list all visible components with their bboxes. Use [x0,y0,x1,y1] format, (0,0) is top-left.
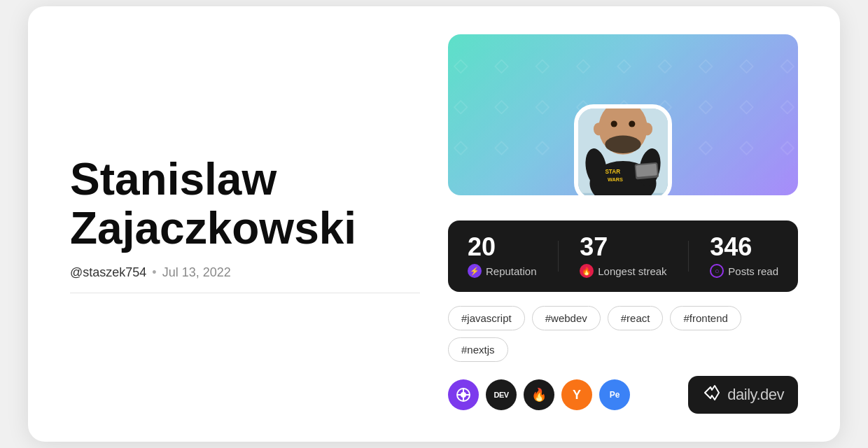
svg-point-9 [594,122,604,135]
svg-text:WARS: WARS [608,176,623,183]
user-join-date: Jul 13, 2022 [162,265,231,280]
user-handle: @staszek754 [70,265,146,280]
reputation-value: 20 [468,234,496,260]
tag-react[interactable]: #react [608,306,664,330]
social-devto-icon[interactable]: DEV [486,379,517,410]
brand-logo: daily.dev [688,376,798,414]
tag-javascript[interactable]: #javascript [448,306,525,330]
user-full-name: Stanislaw Zajaczkowski [70,155,420,253]
tag-frontend[interactable]: #frontend [670,306,741,330]
avatar-container: STAR WARS [574,104,672,195]
social-ph-icon[interactable]: Pe [599,379,630,410]
posts-icon: ○ [710,264,724,278]
social-dailydev-icon[interactable] [448,379,479,410]
svg-point-10 [642,122,652,135]
reputation-label: ⚡ Reputation [468,264,537,278]
streak-value: 37 [580,234,608,260]
user-meta: @staszek754 • Jul 13, 2022 [70,265,420,280]
svg-point-11 [611,120,617,127]
social-icons: DEV 🔥 Y Pe [448,379,630,410]
divider [70,293,420,293]
svg-point-12 [629,120,635,127]
right-section: ◇ [448,34,798,414]
left-section: Stanislaw Zajaczkowski @staszek754 • Jul… [70,155,448,294]
brand-name: daily.dev [727,386,784,404]
tag-nextjs[interactable]: #nextjs [448,337,508,362]
profile-card: Stanislaw Zajaczkowski @staszek754 • Jul… [28,6,840,442]
profile-banner: ◇ [448,34,798,195]
tags-section: #javascript #webdev #react #frontend #ne… [448,306,798,362]
tag-webdev[interactable]: #webdev [532,306,601,330]
stat-divider-1 [558,241,559,272]
brand-icon [702,384,722,405]
social-section: DEV 🔥 Y Pe daily.dev [448,376,798,414]
posts-label: ○ Posts read [710,264,778,278]
svg-text:STAR: STAR [605,169,620,175]
stat-reputation: 20 ⚡ Reputation [468,234,537,278]
posts-value: 346 [710,234,752,260]
stat-streak: 37 🔥 Longest streak [580,234,666,278]
social-yc-icon[interactable]: Y [561,379,592,410]
stats-bar: 20 ⚡ Reputation 37 🔥 Longest streak 346 … [448,220,798,292]
meta-dot: • [152,265,156,280]
svg-rect-16 [636,164,657,177]
streak-icon: 🔥 [580,264,594,278]
stat-posts: 346 ○ Posts read [710,234,778,278]
avatar: STAR WARS [578,108,668,195]
svg-point-8 [605,135,640,153]
social-hashnode-icon[interactable]: 🔥 [524,379,554,410]
stat-divider-2 [688,241,689,272]
streak-label: 🔥 Longest streak [580,264,666,278]
reputation-icon: ⚡ [468,264,482,278]
